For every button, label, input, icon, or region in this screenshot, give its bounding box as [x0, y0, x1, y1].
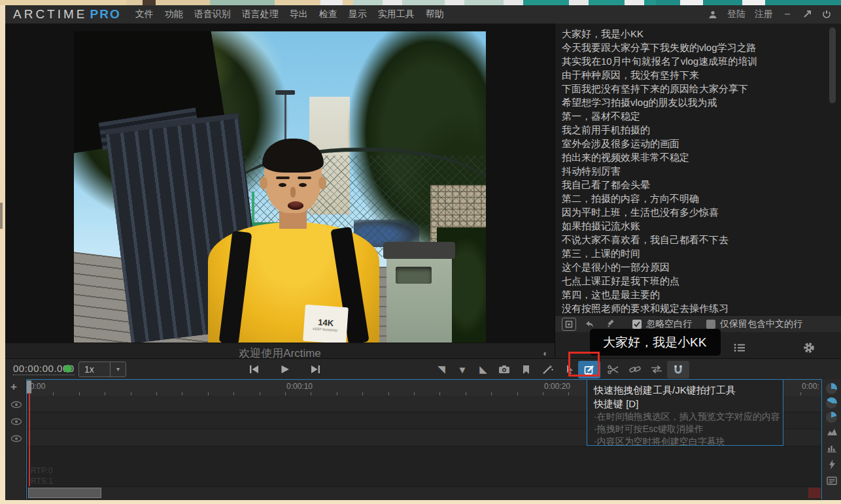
- menu-check[interactable]: 检查: [319, 8, 337, 20]
- magic-wand-button[interactable]: [539, 361, 556, 377]
- ruler-label: 0:00:20: [544, 382, 570, 391]
- subtitle-line[interactable]: 今天我要跟大家分享下我失败的vlog学习之路: [562, 41, 827, 54]
- skip-start-button[interactable]: [245, 361, 262, 377]
- menu-help[interactable]: 帮助: [426, 8, 444, 20]
- menu-utilities[interactable]: 实用工具: [378, 8, 415, 20]
- properties-button[interactable]: [826, 475, 838, 486]
- desktop-thumbnail: [742, 0, 765, 5]
- speed-value: 1x: [79, 362, 110, 377]
- track-visibility-eye-icon[interactable]: [10, 433, 22, 441]
- subtitle-line[interactable]: 抖动特别厉害: [562, 164, 827, 178]
- user-icon: [708, 9, 718, 20]
- menu-language-processing[interactable]: 语言处理: [242, 8, 279, 20]
- link-tool-button[interactable]: [626, 361, 644, 377]
- magnet-icon: [673, 364, 683, 375]
- waveform-track[interactable]: [27, 446, 821, 487]
- snapshot-button[interactable]: [496, 361, 513, 377]
- login-link[interactable]: 登陆: [727, 8, 746, 20]
- timeline-scrollbar-thumb[interactable]: [28, 488, 101, 498]
- panel-scrollbar-thumb[interactable]: [829, 27, 836, 103]
- subtitle-line[interactable]: 不说大家不喜欢看，我自己都看不下去: [562, 233, 827, 246]
- subtitle-line[interactable]: 这个是很小的一部分原因: [562, 260, 827, 274]
- bookmark-icon: [522, 365, 530, 375]
- subtitle-line[interactable]: 希望想学习拍摄vlog的朋友以我为戒: [562, 95, 827, 109]
- subtitle-line[interactable]: 我之前用手机拍摄的: [562, 123, 827, 137]
- register-link[interactable]: 注册: [755, 8, 773, 20]
- desktop-wallpaper-left: [0, 5, 5, 500]
- menu-function[interactable]: 功能: [165, 8, 183, 20]
- swap-tool-button[interactable]: [648, 361, 665, 377]
- waveform-view-button[interactable]: [826, 426, 838, 437]
- wand-icon: [542, 365, 553, 375]
- subtitle-line[interactable]: 室外会涉及很多运动的画面: [562, 137, 827, 150]
- lightning-icon: [829, 460, 836, 469]
- quick-action-button[interactable]: [826, 459, 838, 469]
- video-man-eyebrow: [276, 176, 290, 179]
- logo-pro: PRO: [90, 7, 121, 22]
- subtitle-line[interactable]: 第二，拍摄的内容，方向不明确: [562, 192, 827, 205]
- set-out-point-button[interactable]: ◣: [475, 361, 492, 377]
- skip-end-button[interactable]: [307, 361, 324, 377]
- tab-subtitle-list[interactable]: [727, 337, 753, 358]
- track-visibility-eye-icon[interactable]: [10, 399, 22, 407]
- spectrum-view-button[interactable]: [826, 443, 838, 453]
- menu-speech-recognition[interactable]: 语音识别: [194, 8, 231, 20]
- subtitle-line[interactable]: 由于种种原因，我没有坚持下来: [562, 68, 827, 82]
- track-visibility-eye-icon[interactable]: [10, 416, 22, 424]
- subtitle-line[interactable]: 没有按照老师的要求和规定去操作练习: [562, 301, 827, 315]
- subtitle-line[interactable]: 如果拍摄记流水账: [562, 219, 827, 233]
- chinese-only-checkbox[interactable]: [706, 320, 715, 329]
- snap-magnet-toggle[interactable]: [667, 361, 689, 378]
- pie-meter-icon[interactable]: [826, 397, 837, 409]
- desktop-thumbnail: [504, 0, 523, 5]
- subtitle-visibility-icon[interactable]: ◐: [543, 348, 548, 358]
- menu-display[interactable]: 显示: [349, 8, 367, 20]
- logo-arctime: ARCTIME: [13, 7, 88, 22]
- minimize-icon[interactable]: −: [782, 9, 793, 20]
- rtp-readout: RTP:0: [31, 466, 53, 475]
- timeline-scrollbar[interactable]: [27, 487, 821, 499]
- insert-selection-button[interactable]: [562, 318, 576, 331]
- subtitle-line[interactable]: 其实我在10月中旬就报名了vlog速成班的培训: [562, 54, 827, 68]
- ignore-blank-lines-checkbox[interactable]: [632, 320, 642, 329]
- pie-meter-icon[interactable]: [826, 383, 837, 394]
- subtitle-line[interactable]: 第三，上课的时间: [562, 246, 827, 260]
- status-dot-green: [64, 365, 72, 373]
- subtitle-line[interactable]: 七点上课正好是我下班的点: [562, 274, 827, 288]
- link-icon: [629, 365, 641, 374]
- pie-meter-icon[interactable]: [826, 412, 837, 423]
- title-bar-right: 登陆 注册 −: [708, 8, 832, 20]
- tool-tooltip: 快速拖拽创建工具/JK键拍打工具 快捷键 [D] ·在时间轴拖拽选区，插入预览文…: [587, 379, 783, 446]
- speed-dropdown[interactable]: 1x ▾: [78, 361, 126, 377]
- video-preview[interactable]: 14KKEEP RUNNING: [74, 31, 486, 343]
- subtitle-line[interactable]: 下面我把没有坚持下来的原因给大家分享下: [562, 82, 827, 95]
- desktop-thumbnail: [320, 0, 343, 5]
- move-subtitle-button[interactable]: ▼: [454, 361, 471, 377]
- subtitle-line[interactable]: 第一，器材不稳定: [562, 109, 827, 123]
- bookmark-button[interactable]: [517, 361, 534, 377]
- subtitle-line[interactable]: 我自己看了都会头晕: [562, 178, 827, 192]
- subtitle-line[interactable]: 大家好，我是小KK: [562, 27, 827, 41]
- tab-settings[interactable]: [796, 337, 822, 358]
- video-man-eye: [299, 183, 307, 187]
- subtitle-line[interactable]: 第四，这也是最主要的: [562, 288, 827, 301]
- add-track-button[interactable]: +: [10, 380, 17, 394]
- swap-arrows-icon: [651, 365, 662, 374]
- menu-file[interactable]: 文件: [135, 8, 154, 20]
- subtitle-line[interactable]: 因为平时上班，生活也没有多少惊喜: [562, 205, 827, 219]
- video-man-eye: [279, 183, 286, 187]
- cut-tool-button[interactable]: [605, 361, 622, 377]
- timeline-track-controls: +: [5, 379, 26, 500]
- subtitle-line[interactable]: 拍出来的视频效果非常不稳定: [562, 150, 827, 164]
- menu-export[interactable]: 导出: [290, 8, 308, 20]
- video-trash-bin-lid: [383, 242, 455, 259]
- play-button[interactable]: [277, 361, 294, 377]
- camera-icon: [498, 365, 510, 374]
- power-icon[interactable]: [821, 9, 832, 20]
- playhead-handle[interactable]: [27, 380, 31, 394]
- desktop-thumbnail: [680, 0, 703, 5]
- rts-readout: RTS:1: [31, 477, 53, 486]
- video-man-mouth: [288, 201, 303, 210]
- set-in-point-button[interactable]: ◥: [433, 361, 450, 377]
- resize-icon[interactable]: [802, 9, 812, 20]
